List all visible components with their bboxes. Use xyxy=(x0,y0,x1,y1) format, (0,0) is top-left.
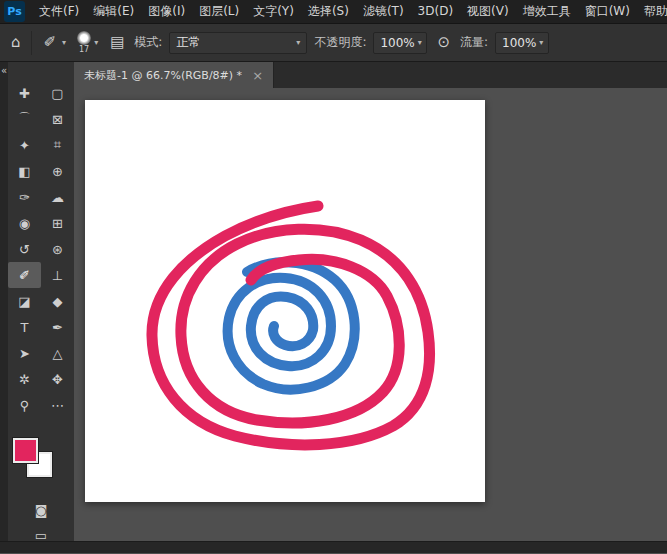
gradient-tool[interactable]: ◧ xyxy=(8,158,41,184)
type-tool-icon: T xyxy=(21,320,29,335)
flow-select[interactable]: 100% ▾ xyxy=(495,32,549,54)
canvas[interactable] xyxy=(85,100,485,502)
marquee-tool[interactable]: ▢ xyxy=(41,80,74,106)
spot-healing-tool[interactable]: ⊛ xyxy=(41,236,74,262)
pen-tool[interactable]: ✒ xyxy=(41,314,74,340)
quick-selection-tool-icon: ✦ xyxy=(19,138,30,153)
canvas-drawing xyxy=(85,100,485,502)
menu-item-image[interactable]: 图像(I) xyxy=(141,0,192,23)
chevron-down-icon: ▾ xyxy=(296,38,300,47)
marquee-tool-icon: ▢ xyxy=(51,86,63,101)
foreground-color-swatch[interactable] xyxy=(13,438,38,463)
menu-item-view[interactable]: 视图(V) xyxy=(460,0,516,23)
menu-item-type[interactable]: 文字(Y) xyxy=(246,0,301,23)
type-tool[interactable]: T xyxy=(8,314,41,340)
ruler-tool[interactable]: ⌗ xyxy=(41,132,74,158)
eraser-tool-icon: ◪ xyxy=(18,294,30,309)
document-tab[interactable]: 未标题-1 @ 66.7%(RGB/8#) * × xyxy=(74,62,274,88)
tab-bar: 未标题-1 @ 66.7%(RGB/8#) * × xyxy=(74,62,667,88)
divider xyxy=(31,31,32,55)
toggle-brush-panel-icon[interactable]: ▤ xyxy=(107,33,127,52)
shape-tool-icon: △ xyxy=(53,346,63,361)
photoshop-logo-icon: Ps xyxy=(4,1,25,22)
hand-tool[interactable]: ✥ xyxy=(41,366,74,392)
mode-label: 模式: xyxy=(134,34,162,51)
opacity-value: 100% xyxy=(380,36,414,50)
brush-tool-icon: ✐ xyxy=(41,33,60,52)
edit-toolbar-tool[interactable]: ⋯ xyxy=(41,392,74,418)
lasso-tool-icon: ⌒ xyxy=(18,110,31,128)
quick-selection-tool[interactable]: ✦ xyxy=(8,132,41,158)
crop-tool[interactable]: ⊞ xyxy=(41,210,74,236)
options-bar: ⌂ ✐ ▾ 17 ▾ ▤ 模式: 正常 ▾ 不透明度: 100% ▾ ⊙ 流量:… xyxy=(0,24,667,62)
blur-tool-icon: ◉ xyxy=(19,216,30,231)
rotate-view-tool-icon: ✲ xyxy=(19,372,30,387)
eraser-tool[interactable]: ◪ xyxy=(8,288,41,314)
pink-spiral-stroke xyxy=(152,206,430,445)
screen-mode-icon: ▭ xyxy=(35,528,47,543)
zoom-tool-icon: ⚲ xyxy=(20,398,30,413)
brush-tool[interactable]: ✐ xyxy=(8,262,41,288)
pen-pressure-icon[interactable]: ⊙ xyxy=(434,33,453,52)
home-icon[interactable]: ⌂ xyxy=(8,33,24,52)
brush-preset-picker[interactable]: ✐ ▾ xyxy=(39,31,69,54)
history-brush-tool[interactable]: ↺ xyxy=(8,236,41,262)
brush-size-value: 17 xyxy=(79,46,89,54)
flow-value: 100% xyxy=(502,36,536,50)
chevron-down-icon: ▾ xyxy=(94,38,98,47)
paint-bucket-tool[interactable]: ◆ xyxy=(41,288,74,314)
gradient-tool-icon: ◧ xyxy=(18,164,30,179)
shape-tool[interactable]: △ xyxy=(41,340,74,366)
chevron-down-icon: ▾ xyxy=(62,38,66,47)
blend-mode-value: 正常 xyxy=(176,34,200,51)
close-icon[interactable]: × xyxy=(252,69,263,82)
left-rail: « xyxy=(0,62,8,541)
blend-mode-select[interactable]: 正常 ▾ xyxy=(169,32,307,54)
menu-item-edit[interactable]: 编辑(E) xyxy=(86,0,141,23)
menu-item-filter[interactable]: 滤镜(T) xyxy=(356,0,411,23)
menu-item-plugins[interactable]: 增效工具 xyxy=(516,0,578,23)
clone-stamp-tool[interactable]: ⊕ xyxy=(41,158,74,184)
pasteboard xyxy=(74,88,667,541)
opacity-select[interactable]: 100% ▾ xyxy=(373,32,427,54)
path-selection-tool-icon: ➤ xyxy=(19,346,30,361)
chevron-down-icon: ▾ xyxy=(418,38,422,47)
document-area: 未标题-1 @ 66.7%(RGB/8#) * × xyxy=(74,62,667,541)
menu-item-window[interactable]: 窗口(W) xyxy=(578,0,637,23)
menu-item-file[interactable]: 文件(F) xyxy=(32,0,86,23)
mixer-brush-tool[interactable]: ☁ xyxy=(41,184,74,210)
clone-stamp-tool-icon: ⊕ xyxy=(52,164,63,179)
color-swatches xyxy=(8,438,74,482)
brush-tool-icon: ✐ xyxy=(19,268,30,283)
brush-preview: 17 xyxy=(77,31,91,54)
move-tool-icon: ✚ xyxy=(19,86,30,101)
lasso-tool[interactable]: ⌒ xyxy=(8,106,41,132)
object-selection-tool[interactable]: ⊠ xyxy=(41,106,74,132)
hand-tool-icon: ✥ xyxy=(52,372,63,387)
main-area: « ✚▢⌒⊠✦⌗◧⊕✑☁◉⊞↺⊛✐⊥◪◆T✒➤△✲✥⚲⋯ ◙ ▭ 未标题-1 @… xyxy=(0,62,667,541)
pattern-stamp-tool[interactable]: ⊥ xyxy=(41,262,74,288)
menu-item-3d[interactable]: 3D(D) xyxy=(411,0,460,23)
brush-size-picker[interactable]: 17 ▾ xyxy=(75,29,100,56)
collapse-toolbar-button[interactable]: « xyxy=(1,65,7,77)
object-selection-tool-icon: ⊠ xyxy=(52,112,63,127)
quick-mask-icon: ◙ xyxy=(35,503,48,518)
screen-mode-button[interactable]: ▭ xyxy=(28,525,54,545)
mixer-brush-tool-icon: ☁ xyxy=(51,190,64,205)
opacity-label: 不透明度: xyxy=(314,34,366,51)
quick-mask-button[interactable]: ◙ xyxy=(28,500,54,520)
eyedropper-tool[interactable]: ✑ xyxy=(8,184,41,210)
zoom-tool[interactable]: ⚲ xyxy=(8,392,41,418)
path-selection-tool[interactable]: ➤ xyxy=(8,340,41,366)
ruler-tool-icon: ⌗ xyxy=(54,137,61,153)
menu-item-select[interactable]: 选择(S) xyxy=(301,0,356,23)
menu-item-help[interactable]: 帮助(H) xyxy=(637,0,667,23)
flow-label: 流量: xyxy=(460,34,488,51)
status-bar xyxy=(0,541,667,553)
menu-item-layer[interactable]: 图层(L) xyxy=(192,0,246,23)
move-tool[interactable]: ✚ xyxy=(8,80,41,106)
blur-tool[interactable]: ◉ xyxy=(8,210,41,236)
tool-grid: ✚▢⌒⊠✦⌗◧⊕✑☁◉⊞↺⊛✐⊥◪◆T✒➤△✲✥⚲⋯ xyxy=(8,80,74,418)
pattern-stamp-tool-icon: ⊥ xyxy=(52,268,63,283)
rotate-view-tool[interactable]: ✲ xyxy=(8,366,41,392)
